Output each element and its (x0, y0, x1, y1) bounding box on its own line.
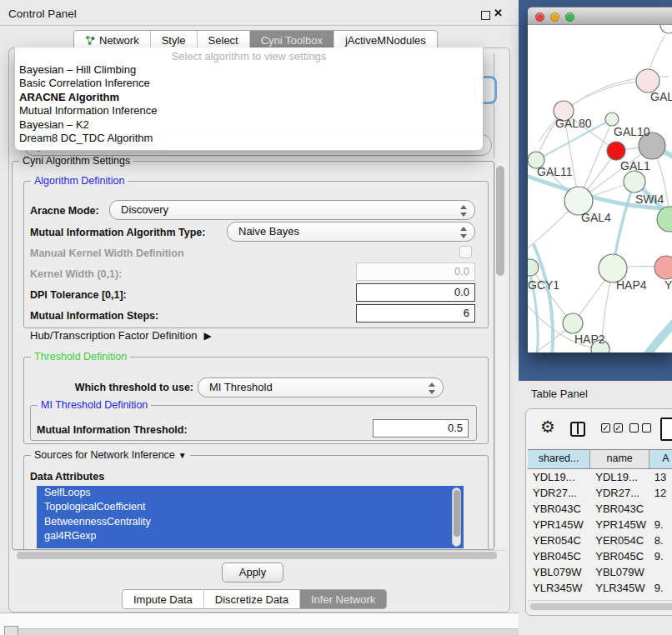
minimize-traffic-light[interactable] (550, 12, 559, 22)
table-row[interactable]: YLR345WYLR345W9. (528, 580, 672, 596)
tab-infer-network[interactable]: Infer Network (300, 590, 386, 608)
table-row[interactable]: YPR145WYPR145W9. (528, 517, 672, 532)
which-threshold-value: MI Threshold (209, 381, 273, 393)
minimized-panel-icon[interactable] (4, 626, 18, 635)
dpi-tolerance-label: DPI Tolerance [0,1]: (30, 289, 127, 301)
attribute-item-topologicalcoefficient[interactable]: TopologicalCoefficient (37, 500, 464, 514)
screenshot-root: Control Panel ✕ NetworkStyleSelectCyni T… (0, 0, 672, 635)
tab-select[interactable]: Select (198, 31, 250, 49)
table-row[interactable]: YDL19...YDL19...13 (528, 469, 672, 485)
aracne-mode-label: Aracne Mode: (30, 205, 99, 217)
table-panel-container: ⚙ ✓ ✓ shared...nameA YDL19...YDL19...13Y… (525, 408, 672, 616)
column-header-name[interactable]: name (590, 450, 649, 468)
attribute-item-gal4rgexp[interactable]: gal4RGexp (37, 529, 464, 543)
tab-label: Infer Network (311, 593, 375, 606)
table-row[interactable]: YBR045CYBR045C9. (528, 548, 672, 564)
network-node-label: GAL10 (614, 125, 650, 138)
table-cell: 12 (649, 485, 672, 501)
cyni-settings-group-title: Cyni Algorithm Settings (19, 155, 133, 167)
network-node[interactable] (657, 207, 672, 232)
new-table-icon[interactable] (660, 418, 672, 441)
network-node-label: GAL11 (537, 165, 573, 178)
column-header-a[interactable]: A (649, 450, 672, 468)
network-node[interactable] (528, 259, 539, 276)
manual-kernel-checkbox[interactable] (459, 246, 472, 258)
tab-discretize-data[interactable]: Discretize Data (204, 590, 300, 608)
unselect-columns-icon-2[interactable] (642, 423, 651, 432)
zoom-traffic-light[interactable] (565, 12, 574, 22)
algorithm-option-aracne-algorithm[interactable]: ARACNE Algorithm (15, 91, 483, 104)
mi-steps-field[interactable]: 6 (356, 304, 475, 322)
column-layout-icon[interactable] (570, 422, 585, 437)
algorithm-option-bayesian-hill-climbing[interactable]: Bayesian – Hill Climbing (15, 63, 483, 77)
network-graph: GALGAL80GAL10GAL11GAL1SWI4GAL4GCY1HAP4YH… (528, 25, 672, 352)
table-settings-gear-icon[interactable]: ⚙ (540, 418, 555, 435)
tab-style[interactable]: Style (151, 31, 198, 49)
algorithm-option-mutual-information-inference[interactable]: Mutual Information Inference (15, 104, 483, 118)
attribute-item-betweennesscentrality[interactable]: BetweennessCentrality (37, 515, 464, 529)
column-header-shared-[interactable]: shared... (528, 450, 590, 468)
close-traffic-light[interactable] (535, 12, 544, 22)
float-window-icon[interactable] (481, 11, 490, 20)
hub-definition-expander[interactable]: Hub/Transcription Factor Definition▶ (30, 329, 212, 342)
table-row[interactable]: YER054CYER054C8. (528, 532, 672, 548)
network-node[interactable] (563, 313, 583, 333)
table-cell: 9. (649, 548, 672, 564)
list-scrollbar-thumb[interactable] (454, 490, 460, 537)
network-node-label: GAL (650, 90, 672, 103)
algorithm-option-dream8-dc-tdc-algorithm[interactable]: Dream8 DC_TDC Algorithm (15, 132, 483, 145)
bottom-tabbar: Impute DataDiscretize DataInfer Network (122, 589, 387, 609)
network-node[interactable] (660, 25, 672, 33)
table-cell: 9. (649, 580, 672, 596)
attribute-item-selfloops[interactable]: SelfLoops (37, 486, 464, 500)
network-canvas[interactable]: GALGAL80GAL10GAL11GAL1SWI4GAL4GCY1HAP4YH… (528, 25, 672, 352)
mi-threshold-field[interactable]: 0.5 (373, 419, 469, 438)
network-node-label: HAP4 (616, 278, 647, 292)
tab-label: Select (208, 34, 238, 47)
tab-jactivemnodules[interactable]: jActiveMNodules (334, 31, 437, 49)
tab-network[interactable]: Network (74, 31, 151, 49)
network-node[interactable] (624, 171, 645, 192)
unselect-columns-icon[interactable] (629, 423, 639, 432)
table-cell: YPR145W (590, 517, 649, 532)
table-horizontal-scrollbar[interactable] (528, 600, 672, 612)
settings-vertical-scrollbar-thumb[interactable] (496, 166, 504, 276)
dpi-tolerance-field[interactable]: 0.0 (356, 283, 475, 302)
settings-horizontal-scrollbar-thumb[interactable] (17, 552, 497, 559)
network-window-titlebar[interactable] (528, 7, 672, 25)
table-body: YDL19...YDL19...13YDR27...YDR27...12YBR0… (528, 469, 672, 610)
tab-cyni-toolbox[interactable]: Cyni Toolbox (250, 31, 334, 49)
select-all-columns-icon[interactable]: ✓ (601, 423, 610, 432)
table-cell: YDL19... (528, 469, 590, 485)
titlebar-divider (0, 25, 519, 26)
apply-button[interactable]: Apply (222, 562, 283, 582)
network-node[interactable] (605, 112, 619, 126)
collapse-down-icon[interactable]: ▼ (178, 451, 187, 460)
table-horizontal-scrollbar-thumb[interactable] (530, 603, 672, 610)
table-row[interactable]: YBR043CYBR043C (528, 501, 672, 517)
algorithm-popup-placeholder: Select algorithm to view settings (15, 48, 483, 63)
list-scrollbar[interactable] (452, 488, 461, 547)
table-cell: YDR27... (590, 485, 649, 501)
tab-impute-data[interactable]: Impute Data (123, 590, 204, 608)
algorithm-dropdown-popup: Select algorithm to view settings Bayesi… (14, 48, 484, 151)
network-node[interactable] (607, 142, 625, 160)
hub-definition-label: Hub/Transcription Factor Definition (30, 329, 197, 342)
algorithm-option-bayesian-k2[interactable]: Bayesian – K2 (15, 118, 483, 132)
tab-label: Network (99, 34, 139, 47)
algorithm-option-basic-correlation-inference[interactable]: Basic Correlation Inference (15, 77, 483, 90)
groupbox-border-fragment (494, 53, 494, 158)
select-all-columns-icon-2[interactable]: ✓ (614, 423, 623, 432)
network-node[interactable] (654, 256, 672, 279)
network-node[interactable] (636, 69, 659, 92)
aracne-mode-combobox[interactable]: Discovery (109, 200, 475, 220)
network-node-label: GAL1 (620, 159, 650, 172)
table-row[interactable]: YBL079WYBL079W (528, 564, 672, 580)
table-row[interactable]: YDR27...YDR27...12 (528, 485, 672, 501)
network-node-label: HAP2 (574, 332, 605, 346)
table-cell: YBR045C (528, 548, 590, 564)
which-threshold-combobox[interactable]: MI Threshold (198, 378, 444, 398)
spinner-arrows-icon (459, 227, 466, 238)
close-icon[interactable]: ✕ (494, 7, 503, 19)
mi-type-combobox[interactable]: Naive Bayes (227, 222, 475, 242)
